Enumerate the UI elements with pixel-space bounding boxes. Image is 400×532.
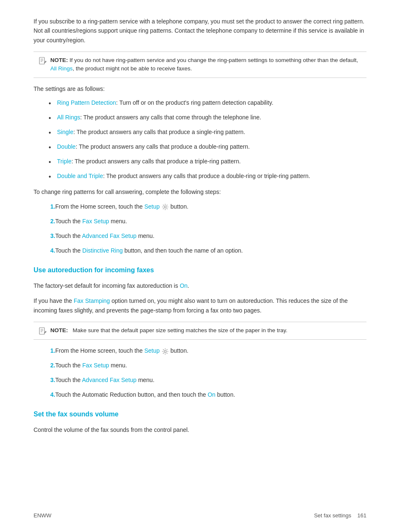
svg-rect-0 <box>39 57 44 64</box>
step-3-before: Touch the <box>55 232 82 239</box>
section2-heading: Set the fax sounds volume <box>34 409 366 419</box>
link-setup-1[interactable]: Setup <box>144 203 160 210</box>
s1-step-4-after: button. <box>216 391 235 398</box>
link-advanced-fax-setup-2[interactable]: Advanced Fax Setup <box>82 377 137 383</box>
step-2-before: Touch the <box>55 218 83 225</box>
section1-step-number-4: 4. <box>34 390 55 399</box>
section1-step-4: 4. Touch the Automatic Reduction button,… <box>34 390 366 399</box>
bullet-text-0: : Turn off or on the product's ring patt… <box>116 99 273 106</box>
step-3-after: menu. <box>137 232 155 239</box>
link-on-2[interactable]: On <box>208 391 216 398</box>
section1-step-content-4: Touch the Automatic Reduction button, an… <box>55 390 366 399</box>
svg-point-4 <box>164 206 166 208</box>
step-content-4: Touch the Distinctive Ring button, and t… <box>55 246 366 255</box>
note-box-2: NOTE: Make sure that the default paper s… <box>34 322 366 340</box>
link-fax-setup-2[interactable]: Fax Setup <box>82 362 109 369</box>
step-4-before: Touch the <box>55 247 83 254</box>
note-link-all-rings[interactable]: All Rings <box>50 65 73 72</box>
bullet-item-double-triple: Double and Triple: The product answers a… <box>50 172 366 181</box>
note-content-1-after: , the product might not be able to recei… <box>73 65 192 72</box>
bullet-item-ring-pattern: Ring Pattern Detection: Turn off or on t… <box>50 98 366 107</box>
note-text-1: NOTE: If you do not have ring-pattern se… <box>50 56 361 73</box>
step-4: 4. Touch the Distinctive Ring button, an… <box>34 246 366 255</box>
section1-para1: The factory-set default for incoming fax… <box>34 281 366 290</box>
note-text-2: NOTE: Make sure that the default paper s… <box>50 326 288 335</box>
link-advanced-fax-setup-1[interactable]: Advanced Fax Setup <box>82 232 137 239</box>
bullet-list: Ring Pattern Detection: Turn off or on t… <box>50 98 366 181</box>
s1-step-1-after: button. <box>171 347 189 354</box>
step-content-2: Touch the Fax Setup menu. <box>55 217 366 226</box>
section1-para1-before: The factory-set default for incoming fax… <box>34 282 180 289</box>
section1-step-content-2: Touch the Fax Setup menu. <box>55 361 366 370</box>
link-setup-2[interactable]: Setup <box>144 347 160 354</box>
note-icon-1 <box>39 57 47 65</box>
link-fax-stamping[interactable]: Fax Stamping <box>74 297 110 304</box>
step-2-after: menu. <box>109 218 127 225</box>
bullet-text-4: : The product answers any calls that pro… <box>72 158 241 165</box>
step-content-3: Touch the Advanced Fax Setup menu. <box>55 232 366 240</box>
section1-step-3: 3. Touch the Advanced Fax Setup menu. <box>34 376 366 385</box>
svg-rect-5 <box>39 328 44 334</box>
section1-step-number-2: 2. <box>34 361 55 370</box>
step-1-after: button. <box>171 203 189 210</box>
step-1: 1. From the Home screen, touch the Setup… <box>34 202 366 211</box>
step-number-2: 2. <box>34 217 55 226</box>
footer-right: Set fax settings 161 <box>314 511 366 520</box>
s1-step-2-before: Touch the <box>55 362 83 369</box>
note-content-1-before: If you do not have ring-pattern service … <box>70 57 358 63</box>
step-1-before: From the Home screen, touch the <box>55 203 144 210</box>
bullet-text-1: : The product answers any calls that com… <box>80 114 261 121</box>
intro-paragraph: If you subscribe to a ring-pattern servi… <box>34 17 366 45</box>
steps-list-2: 1. From the Home screen, touch the Setup… <box>34 346 366 399</box>
section1-step-content-3: Touch the Advanced Fax Setup menu. <box>55 376 366 385</box>
s1-step-1-before: From the Home screen, touch the <box>55 347 144 354</box>
footer: ENWW Set fax settings 161 <box>0 511 400 520</box>
link-triple[interactable]: Triple <box>57 158 72 165</box>
link-on-1[interactable]: On <box>180 282 188 289</box>
link-distinctive-ring[interactable]: Distinctive Ring <box>82 247 122 254</box>
section2-para1: Control the volume of the fax sounds fro… <box>34 425 366 434</box>
link-ring-pattern-detection[interactable]: Ring Pattern Detection <box>57 99 116 106</box>
content-area: If you subscribe to a ring-pattern servi… <box>34 17 366 435</box>
s1-step-3-after: menu. <box>137 377 155 383</box>
setup-icon-2 <box>162 348 169 355</box>
link-all-rings[interactable]: All Rings <box>57 114 80 121</box>
footer-right-label: Set fax settings <box>314 512 351 519</box>
section1-step-number-1: 1. <box>34 346 55 355</box>
note-icon-2 <box>39 327 47 335</box>
step-2: 2. Touch the Fax Setup menu. <box>34 217 366 226</box>
steps-list-1: 1. From the Home screen, touch the Setup… <box>34 202 366 255</box>
bullet-text-5: : The product answers any calls that pro… <box>103 173 310 179</box>
step-4-after: button, and then touch the name of an op… <box>123 247 243 254</box>
note-label-1: NOTE: <box>50 57 68 63</box>
step-3: 3. Touch the Advanced Fax Setup menu. <box>34 232 366 240</box>
section1-step-2: 2. Touch the Fax Setup menu. <box>34 361 366 370</box>
bullet-text-2: : The product answers any calls that pro… <box>73 129 245 135</box>
s1-step-4-before: Touch the Automatic Reduction button, an… <box>55 391 208 398</box>
page: If you subscribe to a ring-pattern servi… <box>0 0 400 532</box>
footer-page-number: 161 <box>357 512 366 519</box>
link-single[interactable]: Single <box>57 129 73 135</box>
note-box-1: NOTE: If you do not have ring-pattern se… <box>34 52 366 78</box>
settings-label: The settings are as follows: <box>34 85 366 93</box>
link-double-and-triple[interactable]: Double and Triple <box>57 173 103 179</box>
bullet-item-double: Double: The product answers any calls th… <box>50 142 366 151</box>
section1-para1-after: . <box>187 282 189 289</box>
section1-step-1: 1. From the Home screen, touch the Setup… <box>34 346 366 355</box>
section1-para2-before: If you have the <box>34 297 74 304</box>
setup-icon-1 <box>162 204 169 210</box>
note-body-2: Make sure that the default paper size se… <box>73 327 287 333</box>
section1-step-number-3: 3. <box>34 376 55 385</box>
svg-point-9 <box>164 350 166 352</box>
note-label-2: NOTE: <box>50 327 68 333</box>
section1-para2: If you have the Fax Stamping option turn… <box>34 296 366 315</box>
bullet-text-3: : The product answers any calls that pro… <box>75 143 249 150</box>
link-double[interactable]: Double <box>57 143 75 150</box>
link-fax-setup-1[interactable]: Fax Setup <box>82 218 109 225</box>
steps-intro: To change ring patterns for call answeri… <box>34 187 366 196</box>
bullet-item-triple: Triple: The product answers any calls th… <box>50 157 366 166</box>
section1-heading: Use autoreduction for incoming faxes <box>34 265 366 275</box>
s1-step-3-before: Touch the <box>55 377 82 383</box>
footer-left: ENWW <box>34 511 52 520</box>
bullet-item-all-rings: All Rings: The product answers any calls… <box>50 113 366 122</box>
